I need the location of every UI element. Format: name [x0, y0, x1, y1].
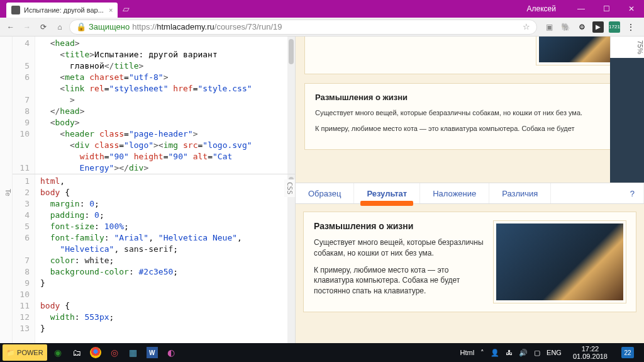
evernote-icon[interactable]: 🐘 [560, 21, 571, 33]
tray-notifications[interactable]: 22 [621, 347, 634, 358]
extensions-area: ▣ 🐘 ⚙ ▶ 1721 ⋮ [540, 21, 640, 33]
system-tray: Html ˄ 👤 🖧 🔊 ▢ ENG 17:22 01.09.2018 22 [453, 345, 643, 360]
app-icon-1[interactable]: ◎ [105, 343, 124, 362]
tab-title: Испытание: другой вар... [24, 6, 104, 14]
lock-icon: 🔒 [76, 22, 86, 31]
tab-favicon [11, 6, 20, 14]
tab-sample[interactable]: Образец [296, 183, 354, 203]
html-gutter: 4 56 78910 11 [13, 37, 35, 174]
ext-icon-4[interactable]: ▶ [592, 21, 604, 33]
address-url: https://htmlacademy.ru/courses/73/run/19 [132, 22, 282, 31]
html-scrollbar[interactable] [287, 37, 295, 174]
ext-icon-3[interactable]: ⚙ [576, 21, 587, 33]
article-title: Размышления о жизни [315, 93, 625, 102]
article-card-result: Размышления о жизни Существует много вещ… [303, 212, 636, 312]
tray-chevron-icon[interactable]: ˄ [480, 349, 484, 357]
window-titlebar: Испытание: другой вар... × ▱ Алексей — ☐… [0, 0, 644, 18]
tray-lang[interactable]: ENG [547, 349, 562, 356]
workspace: Te 4 56 78910 11 <head> <title>Испытание… [0, 37, 644, 343]
preview-area: Размышления о жизни Существует много вещ… [296, 37, 644, 343]
ext-badge[interactable]: 1721 [609, 21, 620, 33]
article-title: Размышления о жизни [314, 221, 484, 231]
tab-close-icon[interactable]: × [109, 6, 113, 14]
preview-overflow-bg [610, 37, 644, 183]
css-gutter: 123456 78910111213 [13, 174, 35, 343]
taskbar-folder[interactable]: 📁 POWER [3, 344, 47, 361]
window-controls: — ☐ ✕ [569, 0, 644, 18]
code-editor-area: 4 56 78910 11 <head> <title>Испытание: д… [13, 37, 296, 343]
new-tab-button[interactable]: ▱ [123, 4, 130, 14]
left-sidebar-tab[interactable]: Te [0, 37, 13, 343]
whatsapp-icon[interactable]: ◉ [48, 343, 67, 362]
article-p1: Существует много вещей, которые безразли… [315, 108, 625, 118]
article-p2: К примеру, любимое место кота — это клав… [315, 124, 625, 133]
forward-button[interactable]: → [20, 20, 34, 34]
article-image [494, 221, 626, 303]
reload-button[interactable]: ⟳ [36, 20, 50, 34]
css-pane-label[interactable]: CSS [284, 179, 295, 197]
css-code-pane[interactable]: 123456 78910111213 html, body { margin: … [13, 174, 295, 343]
word-icon[interactable]: W [143, 343, 162, 362]
windows-taskbar: 📁 POWER ◉ 🗂 ◎ ▦ W ◐ Html ˄ 👤 🖧 🔊 ▢ ENG 1… [0, 343, 644, 362]
folder-icon: 📁 [6, 349, 15, 357]
tab-help[interactable]: ? [621, 183, 644, 203]
ext-icon-1[interactable]: ▣ [543, 21, 555, 33]
preview-tabs: Образец Результат Наложение Различия ? [296, 183, 644, 204]
html-code[interactable]: <head> <title>Испытание: другой вариант … [35, 37, 287, 174]
tray-volume-icon[interactable]: 🔊 [519, 349, 528, 357]
home-button[interactable]: ⌂ [53, 20, 67, 34]
article-card-ref-2: Размышления о жизни Существует много вещ… [304, 83, 635, 150]
tray-battery-icon[interactable]: ▢ [534, 349, 540, 357]
profile-name[interactable]: Алексей [527, 4, 556, 13]
tray-status[interactable]: Html [460, 349, 474, 356]
minimize-button[interactable]: — [569, 0, 594, 18]
tab-diff[interactable]: Различия [489, 183, 551, 203]
article-p1: Существует много вещей, которые безразли… [314, 237, 484, 259]
chrome-icon[interactable] [86, 343, 105, 362]
css-code[interactable]: html, body { margin: 0; padding: 0; font… [35, 174, 287, 343]
close-button[interactable]: ✕ [619, 0, 644, 18]
secure-indicator: 🔒 Защищено [76, 22, 130, 31]
browser-toolbar: ← → ⟳ ⌂ 🔒 Защищено https://htmlacademy.r… [0, 18, 644, 37]
address-bar[interactable]: 🔒 Защищено https://htmlacademy.ru/course… [69, 20, 537, 35]
secure-label: Защищено [89, 22, 130, 31]
maximize-button[interactable]: ☐ [594, 0, 619, 18]
css-scrollbar[interactable] [287, 174, 295, 343]
bookmark-star-icon[interactable]: ☆ [523, 22, 530, 31]
app-icon-2[interactable]: ▦ [124, 343, 143, 362]
explorer-icon[interactable]: 🗂 [67, 343, 86, 362]
tab-overlay[interactable]: Наложение [420, 183, 489, 203]
tray-network-icon[interactable]: 🖧 [506, 349, 513, 356]
preview-result: Размышления о жизни Существует много вещ… [296, 204, 644, 343]
tray-people-icon[interactable]: 👤 [491, 349, 499, 357]
app-icon-3[interactable]: ◐ [162, 343, 180, 362]
match-percent[interactable]: 75% [610, 37, 644, 58]
tab-result[interactable]: Результат [354, 183, 420, 203]
back-button[interactable]: ← [4, 20, 18, 34]
tray-clock[interactable]: 17:22 01.09.2018 [568, 345, 613, 360]
browser-tab[interactable]: Испытание: другой вар... × [6, 3, 118, 18]
article-p2: К примеру, любимое место кота — это клав… [314, 265, 484, 297]
menu-icon[interactable]: ⋮ [625, 21, 636, 33]
article-card-ref-1 [304, 37, 635, 74]
html-code-pane[interactable]: 4 56 78910 11 <head> <title>Испытание: д… [13, 37, 295, 174]
preview-reference: Размышления о жизни Существует много вещ… [296, 37, 644, 183]
